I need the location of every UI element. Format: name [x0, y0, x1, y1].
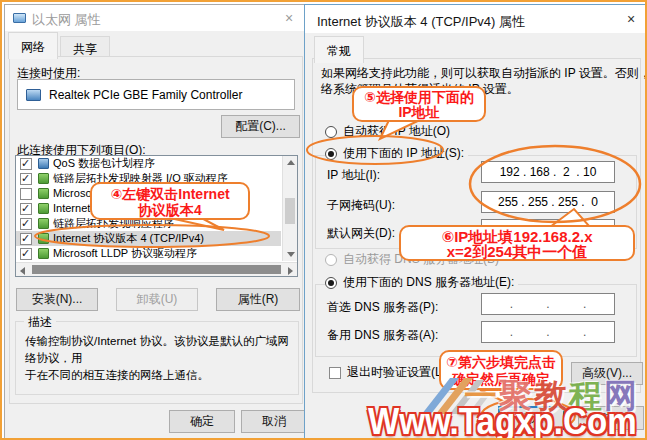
scroll-up-icon[interactable]	[287, 160, 295, 165]
description-groupbox: 描述 传输控制协议/Internet 协议。该协议是默认的广域网络协议，用 于在…	[15, 321, 299, 395]
step7-callout: ⑦第六步填完点击 确定然后再确定	[439, 350, 563, 390]
driver-icon	[38, 218, 49, 229]
scroll-down-icon[interactable]	[287, 252, 295, 257]
ethernet-close-button[interactable]: ×	[285, 11, 293, 25]
qos-icon	[38, 158, 49, 169]
radio-manual-ip-circle[interactable]	[325, 148, 337, 160]
radio-auto-dns-circle[interactable]	[325, 254, 337, 266]
screenshot-frame: 以太网 属性 × 网络共享 连接时使用: Realtek PCIe GBE Fa…	[0, 0, 647, 440]
install-button[interactable]: 安装(N)...	[16, 288, 98, 311]
item-checkbox[interactable]	[20, 158, 32, 170]
step6-line1: ⑥IP地址填192.168.2.x	[403, 229, 631, 244]
driver-icon	[38, 248, 49, 259]
step7-line2: 确定然后再确定	[443, 371, 559, 388]
tcpipv4-tabs: 常规	[314, 36, 366, 63]
driver-icon	[38, 233, 49, 244]
radio-manual-ip-label: 使用下面的 IP 地址(S):	[343, 145, 464, 162]
step6-line2: x=2到254其中一个值	[403, 244, 631, 259]
ethernet-ok-button[interactable]: 确定	[169, 410, 235, 433]
validate-settings-label: 退出时验证设置(L)	[347, 364, 446, 381]
validate-settings-checkbox-row[interactable]: 退出时验证设置(L)	[329, 364, 450, 381]
radio-auto-ip[interactable]: 自动获得 IP 地址(O)	[325, 123, 454, 140]
list-item-ipv4[interactable]: Internet 协议版本 4 (TCP/IPv4)	[16, 231, 281, 246]
list-horizontal-scrollbar[interactable]	[16, 262, 297, 276]
ethernet-dialog-title: 以太网 属性	[32, 11, 101, 29]
tcpipv4-dialog-title: Internet 协议版本 4 (TCP/IPv4) 属性	[317, 13, 525, 31]
radio-manual-dns[interactable]: 使用下面的 DNS 服务器地址(E):	[325, 274, 518, 291]
tcpipv4-cancel-button[interactable]: 取消	[578, 406, 644, 430]
radio-auto-ip-circle[interactable]	[325, 126, 337, 138]
scroll-left-icon[interactable]	[20, 267, 25, 275]
alternate-dns-input[interactable]: . . .	[481, 321, 615, 343]
radio-auto-ip-label: 自动获得 IP 地址(O)	[343, 123, 450, 140]
vertical-scroll-thumb[interactable]	[285, 198, 295, 224]
item-checkbox[interactable]	[20, 218, 32, 230]
list-vertical-scrollbar[interactable]	[282, 156, 297, 261]
advanced-button[interactable]: 高级(V)...	[571, 362, 643, 385]
configure-button[interactable]: 配置(C)...	[221, 115, 300, 138]
adapter-name: Realtek PCIe GBE Family Controller	[49, 88, 242, 102]
step5-callout: ⑤选择使用下面的 IP地址	[352, 86, 486, 122]
tab-network[interactable]: 网络	[8, 32, 58, 59]
ip-address-label: IP 地址(I):	[327, 167, 380, 184]
item-checkbox[interactable]	[20, 233, 32, 245]
item-label: Internet 协议版本 4 (TCP/IPv4)	[53, 231, 204, 246]
step4-line1: ④左键双击Internet	[94, 186, 246, 202]
tcpipv4-titlebar: Internet 协议版本 4 (TCP/IPv4) 属性 ×	[305, 5, 646, 33]
subnet-mask-input[interactable]: 255 . 255 . 255 . 0	[481, 191, 615, 213]
step4-line2: 协议版本4	[94, 202, 246, 218]
step6-callout: ⑥IP地址填192.168.2.x x=2到254其中一个值	[399, 225, 635, 261]
item-label: Microsoft LLDP 协议驱动程序	[53, 246, 197, 261]
ethernet-properties-dialog: 以太网 属性 × 网络共享 连接时使用: Realtek PCIe GBE Fa…	[4, 4, 306, 439]
default-gateway-label: 默认网关(D):	[327, 225, 395, 242]
item-checkbox[interactable]	[20, 188, 32, 200]
step7-line1: ⑦第六步填完点击	[443, 354, 559, 371]
ethernet-cancel-button[interactable]: 取消	[241, 410, 307, 433]
validate-settings-checkbox[interactable]	[329, 367, 341, 379]
uninstall-button[interactable]: 卸载(U)	[116, 288, 198, 311]
ethernet-titlebar: 以太网 属性 ×	[5, 5, 305, 31]
radio-manual-dns-label: 使用下面的 DNS 服务器地址(E):	[343, 274, 514, 291]
description-line1: 传输控制协议/Internet 协议。该协议是默认的广域网络协议，用	[25, 333, 289, 367]
intro-line1: 如果网络支持此功能，则可以获取自动指派的 IP 设置。否则，你需要从网	[321, 65, 647, 82]
properties-button[interactable]: 属性(R)	[216, 288, 300, 311]
item-checkbox[interactable]	[20, 248, 32, 260]
description-group-label: 描述	[24, 314, 56, 331]
horizontal-scroll-thumb[interactable]	[32, 265, 281, 274]
driver-icon	[38, 173, 49, 184]
item-checkbox[interactable]	[20, 203, 32, 215]
driver-icon	[38, 188, 49, 199]
radio-manual-dns-circle[interactable]	[325, 277, 337, 289]
ethernet-tabs: 网络共享	[8, 32, 112, 59]
step4-callout: ④左键双击Internet 协议版本4	[90, 182, 250, 220]
subnet-mask-label: 子网掩码(U):	[327, 197, 395, 214]
description-line2: 于在不同的相互连接的网络上通信。	[25, 367, 289, 384]
ethernet-dialog-icon	[13, 13, 26, 23]
scroll-right-icon[interactable]	[288, 267, 293, 275]
item-label: QoS 数据包计划程序	[53, 156, 155, 171]
tab-general[interactable]: 常规	[314, 36, 364, 63]
ip-address-input[interactable]: 192 . 168 . 2 . 10	[481, 161, 615, 183]
list-item[interactable]: QoS 数据包计划程序	[16, 156, 281, 171]
tcpipv4-ok-button[interactable]: 确定	[498, 406, 565, 430]
step5-line2: IP地址	[356, 105, 482, 120]
preferred-dns-input[interactable]: . . .	[481, 293, 615, 315]
step5-line1: ⑤选择使用下面的	[356, 90, 482, 105]
adapter-box: Realtek PCIe GBE Family Controller	[17, 79, 295, 110]
tcpipv4-close-button[interactable]: ×	[627, 12, 635, 26]
preferred-dns-label: 首选 DNS 服务器(P):	[327, 299, 438, 316]
alternate-dns-label: 备用 DNS 服务器(A):	[327, 327, 438, 344]
radio-manual-ip[interactable]: 使用下面的 IP 地址(S):	[325, 145, 468, 162]
item-checkbox[interactable]	[20, 173, 32, 185]
driver-icon	[38, 203, 49, 214]
list-item[interactable]: Microsoft LLDP 协议驱动程序	[16, 246, 281, 261]
network-adapter-icon	[26, 89, 41, 101]
